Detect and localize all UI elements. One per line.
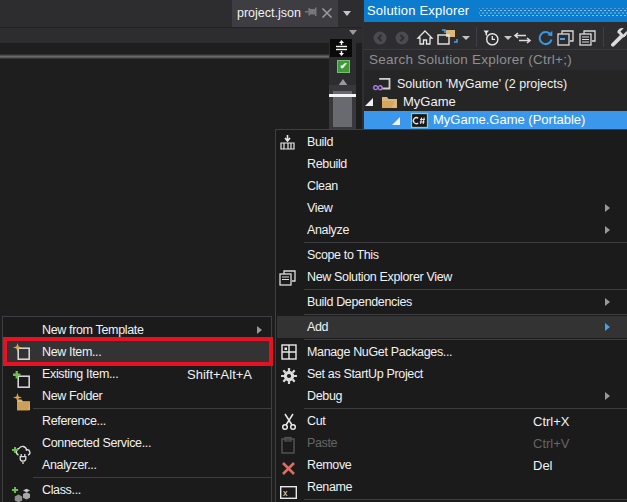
svg-text:x: x: [283, 488, 288, 498]
svg-text:∞: ∞: [373, 78, 384, 95]
